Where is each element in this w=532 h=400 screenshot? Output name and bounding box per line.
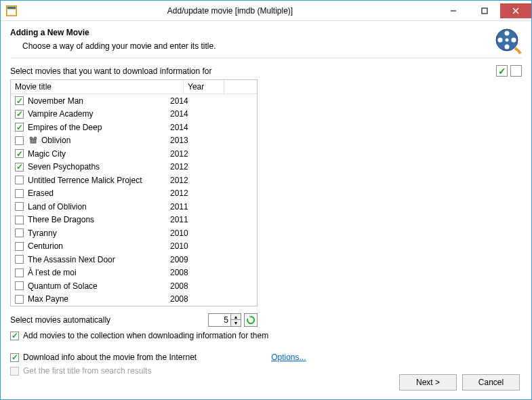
row-checkbox[interactable] (15, 268, 24, 277)
table-row[interactable]: Vampire Academy2014 (11, 108, 257, 121)
row-year: 2010 (170, 228, 211, 238)
row-checkbox[interactable] (15, 295, 24, 304)
select-bar-label: Select movies that you want to download … (10, 66, 493, 76)
row-title: Seven Psychopaths (28, 162, 170, 172)
col-extra (224, 80, 257, 94)
row-title: À l'est de moi (28, 268, 170, 277)
row-title: Tyranny (28, 228, 170, 238)
table-row[interactable]: The Assassin Next Door2009 (11, 253, 257, 266)
table-row[interactable]: À l'est de moi2008 (11, 266, 257, 280)
table-row[interactable]: There Be Dragons2011 (11, 214, 257, 227)
movie-reel-icon (495, 28, 522, 55)
auto-select-input[interactable] (209, 314, 230, 326)
opt-add-collection[interactable]: Add movies to the collection when downlo… (10, 331, 522, 340)
svg-rect-1 (7, 7, 16, 9)
table-row[interactable]: Magic City2012 (11, 147, 257, 161)
svg-point-15 (34, 137, 37, 140)
refresh-icon (247, 316, 255, 324)
row-checkbox[interactable] (15, 110, 24, 119)
divider (10, 58, 522, 58)
page-heading: Adding a New Movie (10, 28, 489, 37)
first-title-checkbox (10, 367, 19, 376)
svg-point-12 (506, 39, 509, 42)
table-row[interactable]: Max Payne2008 (11, 293, 257, 306)
svg-point-14 (30, 137, 33, 140)
row-year: 2008 (170, 281, 211, 291)
auto-select-label: Select movies automatically (10, 315, 208, 325)
row-checkbox[interactable] (15, 123, 24, 132)
refresh-button[interactable] (244, 313, 258, 327)
row-title: Max Payne (28, 294, 170, 304)
row-year: 2014 (170, 96, 211, 106)
row-title: There Be Dragons (28, 215, 170, 224)
row-checkbox[interactable] (15, 242, 24, 251)
button-row: Next > Cancel (399, 374, 520, 391)
table-row[interactable]: November Man2014 (11, 94, 257, 108)
table-row[interactable]: Tyranny2010 (11, 226, 257, 240)
add-collection-label: Add movies to the collection when downlo… (23, 331, 268, 340)
row-year: 2013 (170, 136, 211, 145)
row-checkbox[interactable] (15, 281, 24, 290)
row-title: Oblivion (41, 136, 170, 145)
spinner-down-icon[interactable]: ▼ (231, 320, 241, 326)
spinner-up-icon[interactable]: ▲ (231, 314, 241, 320)
add-collection-checkbox[interactable] (10, 332, 19, 340)
titlebar[interactable]: Add/update movie [imdb (Multiple)] (1, 1, 531, 21)
table-row[interactable]: Oblivion2013 (11, 134, 257, 148)
options-link[interactable]: Options... (271, 353, 306, 362)
table-row[interactable]: Untitled Terrence Malick Project2012 (11, 174, 257, 187)
app-icon (6, 5, 17, 16)
svg-rect-2 (7, 9, 16, 15)
row-checkbox[interactable] (15, 163, 24, 172)
next-button[interactable]: Next > (399, 374, 457, 391)
row-title: Untitled Terrence Malick Project (28, 176, 170, 185)
row-title: Empires of the Deep (28, 123, 170, 132)
movie-table: Movie title Year November Man2014Vampire… (10, 79, 258, 306)
close-button[interactable] (500, 3, 531, 18)
row-checkbox[interactable] (15, 255, 24, 264)
cancel-button[interactable]: Cancel (462, 374, 520, 391)
row-year: 2008 (170, 294, 211, 304)
window-title: Add/update movie [imdb (Multiple)] (22, 6, 438, 16)
minimize-button[interactable] (438, 3, 469, 18)
row-title: Centurion (28, 241, 170, 251)
row-year: 2011 (170, 202, 211, 212)
table-row[interactable]: Erased2012 (11, 187, 257, 201)
row-checkbox[interactable] (15, 189, 24, 198)
existing-movie-icon (28, 136, 39, 145)
row-checkbox[interactable] (15, 216, 24, 224)
svg-point-11 (498, 38, 503, 43)
col-movie-title[interactable]: Movie title (11, 80, 184, 94)
table-row[interactable]: Land of Oblivion2011 (11, 200, 257, 214)
table-row[interactable]: Empires of the Deep2014 (11, 121, 257, 134)
row-checkbox[interactable] (15, 176, 24, 184)
svg-rect-4 (482, 8, 487, 14)
row-year: 2012 (170, 176, 211, 185)
first-title-label: Get the first title from search results (23, 366, 151, 376)
select-all-checkbox[interactable] (496, 65, 508, 77)
download-info-checkbox[interactable] (10, 353, 19, 362)
table-header: Movie title Year (11, 80, 257, 94)
row-checkbox[interactable] (15, 202, 24, 211)
table-row[interactable]: Seven Psychopaths2012 (11, 161, 257, 174)
row-checkbox[interactable] (15, 228, 24, 237)
row-year: 2008 (170, 268, 211, 277)
svg-point-8 (505, 31, 510, 36)
row-year: 2011 (170, 215, 211, 224)
page-subtext: Choose a way of adding your movie and en… (22, 41, 489, 51)
row-checkbox[interactable] (15, 149, 24, 158)
table-row[interactable]: Quantum of Solace2008 (11, 279, 257, 293)
table-row[interactable]: Centurion2010 (11, 240, 257, 254)
row-year: 2010 (170, 241, 211, 251)
auto-select-spinner[interactable]: ▲ ▼ (208, 313, 241, 327)
col-year[interactable]: Year (184, 80, 224, 94)
maximize-button[interactable] (469, 3, 500, 18)
svg-point-9 (512, 38, 516, 43)
deselect-all-checkbox[interactable] (510, 65, 522, 77)
row-title: Magic City (28, 149, 170, 159)
opt-download-info[interactable]: Download info about the movie from the I… (10, 353, 522, 362)
row-checkbox[interactable] (15, 136, 24, 145)
table-body[interactable]: November Man2014Vampire Academy2014Empir… (11, 94, 257, 306)
row-checkbox[interactable] (15, 96, 24, 105)
svg-point-10 (505, 45, 510, 49)
